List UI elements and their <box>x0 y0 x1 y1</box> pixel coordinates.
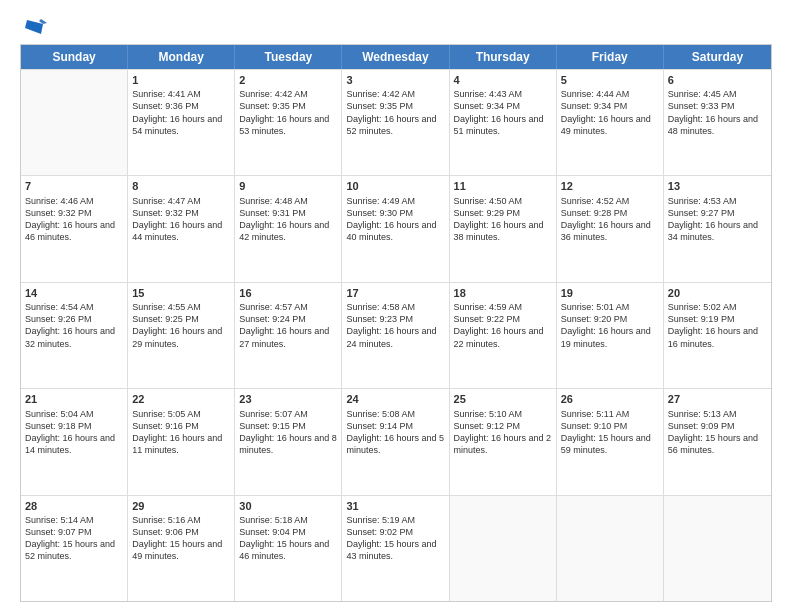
cell-details: Sunrise: 5:11 AM Sunset: 9:10 PM Dayligh… <box>561 408 659 457</box>
logo <box>20 16 47 36</box>
cell-details: Sunrise: 4:42 AM Sunset: 9:35 PM Dayligh… <box>239 88 337 137</box>
day-header-monday: Monday <box>128 45 235 69</box>
day-number: 9 <box>239 179 337 193</box>
cell-details: Sunrise: 5:14 AM Sunset: 9:07 PM Dayligh… <box>25 514 123 563</box>
day-header-thursday: Thursday <box>450 45 557 69</box>
cal-cell: 21Sunrise: 5:04 AM Sunset: 9:18 PM Dayli… <box>21 389 128 494</box>
day-number: 31 <box>346 499 444 513</box>
day-header-sunday: Sunday <box>21 45 128 69</box>
cell-details: Sunrise: 4:49 AM Sunset: 9:30 PM Dayligh… <box>346 195 444 244</box>
day-number: 18 <box>454 286 552 300</box>
day-header-friday: Friday <box>557 45 664 69</box>
day-number: 24 <box>346 392 444 406</box>
day-number: 14 <box>25 286 123 300</box>
cell-details: Sunrise: 4:59 AM Sunset: 9:22 PM Dayligh… <box>454 301 552 350</box>
cell-details: Sunrise: 5:10 AM Sunset: 9:12 PM Dayligh… <box>454 408 552 457</box>
week-row-3: 21Sunrise: 5:04 AM Sunset: 9:18 PM Dayli… <box>21 388 771 494</box>
cell-details: Sunrise: 4:48 AM Sunset: 9:31 PM Dayligh… <box>239 195 337 244</box>
cell-details: Sunrise: 4:50 AM Sunset: 9:29 PM Dayligh… <box>454 195 552 244</box>
day-number: 5 <box>561 73 659 87</box>
calendar: SundayMondayTuesdayWednesdayThursdayFrid… <box>20 44 772 602</box>
cal-cell: 12Sunrise: 4:52 AM Sunset: 9:28 PM Dayli… <box>557 176 664 281</box>
cal-cell <box>664 496 771 601</box>
calendar-header: SundayMondayTuesdayWednesdayThursdayFrid… <box>21 45 771 69</box>
day-number: 29 <box>132 499 230 513</box>
cal-cell: 11Sunrise: 4:50 AM Sunset: 9:29 PM Dayli… <box>450 176 557 281</box>
cal-cell: 29Sunrise: 5:16 AM Sunset: 9:06 PM Dayli… <box>128 496 235 601</box>
cell-details: Sunrise: 4:53 AM Sunset: 9:27 PM Dayligh… <box>668 195 767 244</box>
week-row-1: 7Sunrise: 4:46 AM Sunset: 9:32 PM Daylig… <box>21 175 771 281</box>
cal-cell: 14Sunrise: 4:54 AM Sunset: 9:26 PM Dayli… <box>21 283 128 388</box>
day-number: 16 <box>239 286 337 300</box>
day-number: 23 <box>239 392 337 406</box>
day-number: 20 <box>668 286 767 300</box>
cal-cell: 5Sunrise: 4:44 AM Sunset: 9:34 PM Daylig… <box>557 70 664 175</box>
cell-details: Sunrise: 5:04 AM Sunset: 9:18 PM Dayligh… <box>25 408 123 457</box>
day-number: 6 <box>668 73 767 87</box>
page: SundayMondayTuesdayWednesdayThursdayFrid… <box>0 0 792 612</box>
cell-details: Sunrise: 4:57 AM Sunset: 9:24 PM Dayligh… <box>239 301 337 350</box>
header <box>20 16 772 36</box>
cell-details: Sunrise: 4:47 AM Sunset: 9:32 PM Dayligh… <box>132 195 230 244</box>
day-number: 13 <box>668 179 767 193</box>
cal-cell: 22Sunrise: 5:05 AM Sunset: 9:16 PM Dayli… <box>128 389 235 494</box>
svg-marker-0 <box>25 20 43 34</box>
day-number: 12 <box>561 179 659 193</box>
day-number: 19 <box>561 286 659 300</box>
cell-details: Sunrise: 4:41 AM Sunset: 9:36 PM Dayligh… <box>132 88 230 137</box>
svg-marker-1 <box>39 19 47 24</box>
cell-details: Sunrise: 4:43 AM Sunset: 9:34 PM Dayligh… <box>454 88 552 137</box>
logo-icon <box>23 18 47 36</box>
cal-cell <box>450 496 557 601</box>
cell-details: Sunrise: 5:19 AM Sunset: 9:02 PM Dayligh… <box>346 514 444 563</box>
day-number: 4 <box>454 73 552 87</box>
cal-cell: 3Sunrise: 4:42 AM Sunset: 9:35 PM Daylig… <box>342 70 449 175</box>
cal-cell: 31Sunrise: 5:19 AM Sunset: 9:02 PM Dayli… <box>342 496 449 601</box>
cal-cell: 30Sunrise: 5:18 AM Sunset: 9:04 PM Dayli… <box>235 496 342 601</box>
cell-details: Sunrise: 5:13 AM Sunset: 9:09 PM Dayligh… <box>668 408 767 457</box>
cell-details: Sunrise: 4:45 AM Sunset: 9:33 PM Dayligh… <box>668 88 767 137</box>
cal-cell: 19Sunrise: 5:01 AM Sunset: 9:20 PM Dayli… <box>557 283 664 388</box>
day-number: 7 <box>25 179 123 193</box>
cell-details: Sunrise: 4:52 AM Sunset: 9:28 PM Dayligh… <box>561 195 659 244</box>
week-row-4: 28Sunrise: 5:14 AM Sunset: 9:07 PM Dayli… <box>21 495 771 601</box>
cal-cell: 17Sunrise: 4:58 AM Sunset: 9:23 PM Dayli… <box>342 283 449 388</box>
cal-cell: 28Sunrise: 5:14 AM Sunset: 9:07 PM Dayli… <box>21 496 128 601</box>
cal-cell: 1Sunrise: 4:41 AM Sunset: 9:36 PM Daylig… <box>128 70 235 175</box>
cell-details: Sunrise: 5:01 AM Sunset: 9:20 PM Dayligh… <box>561 301 659 350</box>
cell-details: Sunrise: 5:16 AM Sunset: 9:06 PM Dayligh… <box>132 514 230 563</box>
cal-cell: 6Sunrise: 4:45 AM Sunset: 9:33 PM Daylig… <box>664 70 771 175</box>
cal-cell: 24Sunrise: 5:08 AM Sunset: 9:14 PM Dayli… <box>342 389 449 494</box>
cell-details: Sunrise: 5:18 AM Sunset: 9:04 PM Dayligh… <box>239 514 337 563</box>
day-number: 11 <box>454 179 552 193</box>
week-row-0: 1Sunrise: 4:41 AM Sunset: 9:36 PM Daylig… <box>21 69 771 175</box>
day-header-saturday: Saturday <box>664 45 771 69</box>
cal-cell: 23Sunrise: 5:07 AM Sunset: 9:15 PM Dayli… <box>235 389 342 494</box>
cell-details: Sunrise: 4:55 AM Sunset: 9:25 PM Dayligh… <box>132 301 230 350</box>
cal-cell: 13Sunrise: 4:53 AM Sunset: 9:27 PM Dayli… <box>664 176 771 281</box>
cal-cell: 10Sunrise: 4:49 AM Sunset: 9:30 PM Dayli… <box>342 176 449 281</box>
cell-details: Sunrise: 4:58 AM Sunset: 9:23 PM Dayligh… <box>346 301 444 350</box>
day-number: 27 <box>668 392 767 406</box>
cal-cell <box>21 70 128 175</box>
cal-cell: 4Sunrise: 4:43 AM Sunset: 9:34 PM Daylig… <box>450 70 557 175</box>
week-row-2: 14Sunrise: 4:54 AM Sunset: 9:26 PM Dayli… <box>21 282 771 388</box>
cal-cell: 2Sunrise: 4:42 AM Sunset: 9:35 PM Daylig… <box>235 70 342 175</box>
day-number: 8 <box>132 179 230 193</box>
cal-cell: 20Sunrise: 5:02 AM Sunset: 9:19 PM Dayli… <box>664 283 771 388</box>
cal-cell: 27Sunrise: 5:13 AM Sunset: 9:09 PM Dayli… <box>664 389 771 494</box>
cell-details: Sunrise: 5:05 AM Sunset: 9:16 PM Dayligh… <box>132 408 230 457</box>
day-number: 15 <box>132 286 230 300</box>
cal-cell: 15Sunrise: 4:55 AM Sunset: 9:25 PM Dayli… <box>128 283 235 388</box>
cell-details: Sunrise: 5:02 AM Sunset: 9:19 PM Dayligh… <box>668 301 767 350</box>
day-header-wednesday: Wednesday <box>342 45 449 69</box>
cell-details: Sunrise: 5:07 AM Sunset: 9:15 PM Dayligh… <box>239 408 337 457</box>
day-number: 1 <box>132 73 230 87</box>
cal-cell: 18Sunrise: 4:59 AM Sunset: 9:22 PM Dayli… <box>450 283 557 388</box>
cal-cell <box>557 496 664 601</box>
cell-details: Sunrise: 4:54 AM Sunset: 9:26 PM Dayligh… <box>25 301 123 350</box>
day-header-tuesday: Tuesday <box>235 45 342 69</box>
day-number: 28 <box>25 499 123 513</box>
day-number: 22 <box>132 392 230 406</box>
cell-details: Sunrise: 5:08 AM Sunset: 9:14 PM Dayligh… <box>346 408 444 457</box>
